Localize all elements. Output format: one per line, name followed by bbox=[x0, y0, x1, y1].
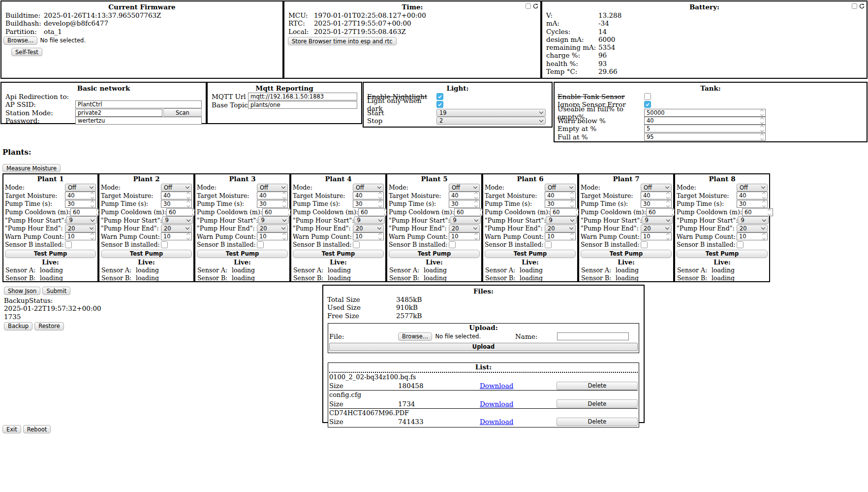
plant-target-input[interactable] bbox=[161, 192, 192, 199]
plant-target-input[interactable] bbox=[257, 192, 288, 199]
plant-pump-time-input-field[interactable] bbox=[737, 200, 761, 207]
exit-button[interactable]: Exit bbox=[2, 425, 21, 433]
plant-sensor-b-checkbox[interactable] bbox=[353, 241, 360, 248]
spinner-icon[interactable] bbox=[761, 192, 767, 199]
spinner-icon[interactable] bbox=[759, 109, 765, 116]
spinner-icon[interactable] bbox=[569, 233, 575, 240]
plant-target-input-field[interactable] bbox=[737, 192, 761, 199]
plant-target-input-field[interactable] bbox=[641, 192, 665, 199]
spinner-icon[interactable] bbox=[473, 233, 479, 240]
plant-hour-end-select[interactable]: 20 bbox=[737, 225, 768, 232]
plant-cooldown-input-field[interactable] bbox=[647, 209, 670, 216]
plant-pump-time-input[interactable] bbox=[641, 200, 672, 208]
upload-browse-button[interactable]: Browse… bbox=[398, 332, 432, 341]
password-input[interactable] bbox=[75, 117, 202, 125]
tank-warn-input-field[interactable] bbox=[645, 117, 759, 124]
plant-pump-time-input-field[interactable] bbox=[641, 200, 665, 207]
upload-button[interactable]: Upload bbox=[329, 343, 638, 351]
time-refresh-icon[interactable] bbox=[533, 3, 538, 9]
backup-button[interactable]: Backup bbox=[4, 322, 32, 330]
self-test-button[interactable]: Self-Test bbox=[11, 48, 42, 56]
plant-cooldown-input-field[interactable] bbox=[455, 209, 478, 216]
plant-cooldown-input[interactable] bbox=[358, 208, 389, 216]
plant-cooldown-input[interactable] bbox=[262, 208, 293, 216]
spinner-icon[interactable] bbox=[665, 233, 671, 240]
spinner-icon[interactable] bbox=[281, 233, 287, 240]
spinner-icon[interactable] bbox=[569, 192, 575, 199]
plant-warn-count-input[interactable] bbox=[353, 232, 384, 240]
plant-cooldown-input-field[interactable] bbox=[71, 209, 94, 216]
plant-mode-select[interactable]: Off bbox=[353, 184, 384, 192]
mqtt-topic-input[interactable] bbox=[248, 101, 357, 109]
plant-warn-count-input-field[interactable] bbox=[161, 233, 185, 240]
plant-pump-time-input[interactable] bbox=[449, 200, 480, 208]
spinner-icon[interactable] bbox=[473, 192, 479, 199]
spinner-icon[interactable] bbox=[761, 200, 767, 207]
plant-warn-count-input-field[interactable] bbox=[737, 233, 761, 240]
plant-target-input-field[interactable] bbox=[257, 192, 281, 199]
plant-hour-start-select[interactable]: 9 bbox=[162, 216, 193, 224]
plant-target-input-field[interactable] bbox=[353, 192, 377, 199]
plant-pump-time-input[interactable] bbox=[65, 200, 96, 208]
plant-cooldown-input[interactable] bbox=[742, 208, 773, 216]
tank-useable-input[interactable] bbox=[644, 109, 766, 117]
plant-cooldown-input[interactable] bbox=[454, 208, 485, 216]
spinner-icon[interactable] bbox=[665, 200, 671, 207]
plant-target-input[interactable] bbox=[641, 192, 672, 199]
plant-pump-time-input-field[interactable] bbox=[449, 200, 473, 207]
light-start-select[interactable]: 19 bbox=[436, 109, 546, 117]
plant-hour-end-select[interactable]: 20 bbox=[641, 225, 672, 232]
plant-pump-time-input[interactable] bbox=[161, 200, 192, 208]
plant-warn-count-input-field[interactable] bbox=[449, 233, 473, 240]
plant-hour-end-select[interactable]: 20 bbox=[65, 225, 96, 232]
plant-warn-count-input[interactable] bbox=[449, 232, 480, 240]
plant-pump-time-input-field[interactable] bbox=[257, 200, 281, 207]
plant-warn-count-input[interactable] bbox=[545, 232, 576, 240]
plant-warn-count-input[interactable] bbox=[65, 232, 96, 240]
plant-cooldown-input-field[interactable] bbox=[359, 209, 382, 216]
plant-mode-select[interactable]: Off bbox=[257, 184, 288, 192]
plant-target-input[interactable] bbox=[545, 192, 576, 199]
plant-hour-start-select[interactable]: 9 bbox=[450, 216, 481, 224]
plant-target-input[interactable] bbox=[65, 192, 96, 199]
plant-hour-end-select[interactable]: 20 bbox=[257, 225, 288, 232]
tank-useable-input-field[interactable] bbox=[645, 109, 759, 116]
plant-cooldown-input[interactable] bbox=[166, 208, 197, 216]
plant-mode-select[interactable]: Off bbox=[737, 184, 768, 192]
submit-button[interactable]: Submit bbox=[42, 287, 70, 295]
plant-sensor-b-checkbox[interactable] bbox=[641, 241, 648, 248]
download-link[interactable]: Download bbox=[480, 418, 513, 426]
spinner-icon[interactable] bbox=[665, 192, 671, 199]
plant-target-input[interactable] bbox=[449, 192, 480, 199]
plant-target-input-field[interactable] bbox=[545, 192, 569, 199]
scan-button[interactable]: Scan bbox=[163, 108, 202, 117]
plant-hour-start-select[interactable]: 9 bbox=[258, 216, 289, 224]
plant-sensor-b-checkbox[interactable] bbox=[65, 241, 72, 248]
measure-moisture-button[interactable]: Measure Moisture bbox=[2, 164, 61, 172]
plant-sensor-b-checkbox[interactable] bbox=[257, 241, 264, 248]
plant-hour-start-select[interactable]: 9 bbox=[66, 216, 97, 224]
battery-auto-refresh-checkbox[interactable] bbox=[852, 3, 857, 9]
plant-warn-count-input[interactable] bbox=[161, 232, 192, 240]
tank-full-input[interactable] bbox=[644, 133, 766, 141]
spinner-icon[interactable] bbox=[377, 233, 383, 240]
tank-warn-input[interactable] bbox=[644, 117, 766, 125]
plant-hour-start-select[interactable]: 9 bbox=[642, 216, 673, 224]
spinner-icon[interactable] bbox=[759, 133, 765, 140]
nightlight-checkbox[interactable] bbox=[436, 93, 443, 100]
plant-cooldown-input[interactable] bbox=[646, 208, 677, 216]
store-browser-time-button[interactable]: Store Browser time into esp and rtc bbox=[288, 37, 397, 45]
plant-pump-time-input-field[interactable] bbox=[65, 200, 89, 207]
station-mode-input[interactable] bbox=[75, 109, 162, 117]
tank-enable-checkbox[interactable] bbox=[644, 93, 651, 100]
plant-mode-select[interactable]: Off bbox=[161, 184, 192, 192]
test-pump-button[interactable]: Test Pump bbox=[5, 250, 96, 258]
plant-cooldown-input[interactable] bbox=[550, 208, 581, 216]
plant-warn-count-input-field[interactable] bbox=[545, 233, 569, 240]
plant-hour-start-select[interactable]: 9 bbox=[546, 216, 577, 224]
spinner-icon[interactable] bbox=[766, 209, 773, 216]
plant-mode-select[interactable]: Off bbox=[545, 184, 576, 192]
plant-hour-end-select[interactable]: 20 bbox=[353, 225, 384, 232]
download-link[interactable]: Download bbox=[480, 400, 513, 408]
plant-warn-count-input-field[interactable] bbox=[257, 233, 281, 240]
